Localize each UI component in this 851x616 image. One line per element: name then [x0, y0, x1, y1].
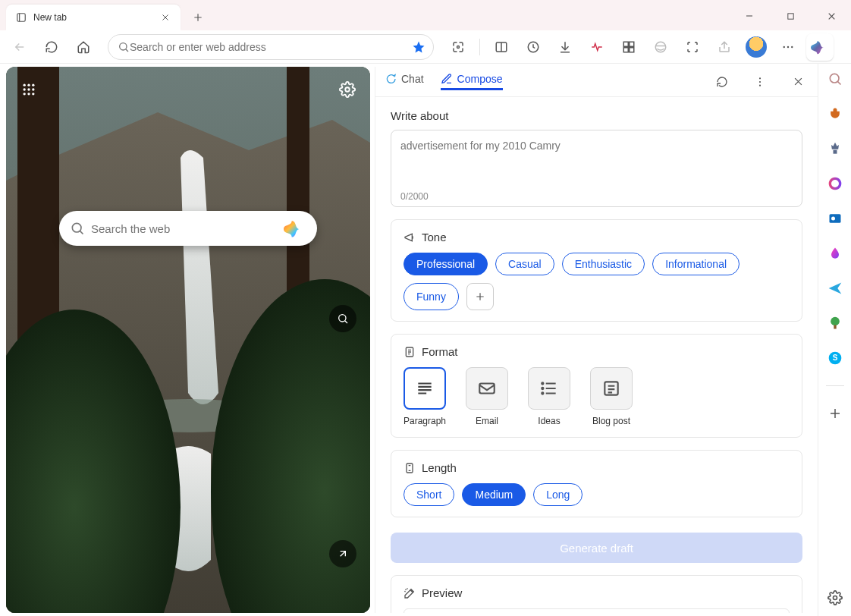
length-option-medium[interactable]: Medium [462, 483, 526, 506]
performance-button[interactable] [583, 33, 611, 61]
sidebar-shopping-icon[interactable] [824, 103, 846, 124]
svg-rect-41 [407, 464, 413, 473]
pane-more-button[interactable] [749, 71, 771, 93]
ntp-search-box[interactable] [59, 211, 317, 246]
svg-point-50 [833, 596, 837, 600]
svg-text:S: S [832, 354, 837, 362]
compose-body: Write about 0/2000 Tone Professional Cas… [375, 97, 818, 613]
write-about-label: Write about [391, 109, 802, 122]
tone-option-professional[interactable]: Professional [404, 253, 488, 275]
svg-point-21 [27, 84, 30, 86]
address-bar[interactable] [108, 34, 434, 60]
pane-refresh-button[interactable] [711, 71, 733, 93]
write-about-textarea[interactable] [400, 140, 793, 185]
format-blog-label: Blog post [592, 416, 630, 426]
new-tab-button[interactable] [185, 5, 211, 30]
search-icon [70, 221, 85, 236]
sidebar-drop-icon[interactable] [824, 243, 846, 264]
tone-label: Tone [422, 231, 447, 244]
more-button[interactable] [774, 33, 802, 61]
format-option-paragraph[interactable]: Paragraph [404, 367, 446, 426]
sidebar-outlook-icon[interactable] [824, 208, 846, 229]
split-screen-button[interactable] [488, 33, 515, 61]
sidebar-settings-icon[interactable] [824, 587, 846, 608]
browser-tab[interactable]: New tab [6, 5, 181, 30]
browser-toolbar [0, 30, 851, 64]
tone-option-funny[interactable]: Funny [404, 283, 459, 310]
sidebar-tree-icon[interactable] [824, 313, 846, 334]
svg-rect-36 [479, 384, 495, 394]
svg-point-27 [27, 93, 30, 95]
tone-option-informational[interactable]: Informational [652, 253, 740, 275]
tone-option-enthusiastic[interactable]: Enthusiastic [562, 253, 645, 275]
svg-point-2 [120, 42, 127, 49]
edge-sidebar: S [818, 64, 851, 616]
address-input[interactable] [130, 41, 412, 53]
screenshot-button[interactable] [679, 33, 706, 61]
format-card: Format Paragraph Email Ide [391, 334, 802, 438]
svg-point-11 [783, 46, 785, 47]
tab-chat[interactable]: Chat [385, 73, 424, 90]
refresh-button[interactable] [38, 33, 65, 61]
home-button[interactable] [70, 33, 97, 61]
tab-strip: New tab [0, 0, 851, 30]
copilot-icon[interactable] [284, 217, 306, 240]
window-controls [733, 5, 848, 27]
ntp-search-round-button[interactable] [329, 305, 356, 332]
maximize-button[interactable] [774, 5, 807, 27]
favorite-icon[interactable] [412, 40, 426, 54]
format-email-label: Email [476, 416, 498, 426]
apps-button[interactable] [615, 33, 642, 61]
char-counter: 0/2000 [400, 191, 793, 202]
svg-point-29 [345, 87, 350, 92]
format-option-email[interactable]: Email [466, 367, 508, 426]
format-option-ideas[interactable]: Ideas [528, 367, 570, 426]
length-icon [404, 462, 416, 474]
length-option-long[interactable]: Long [533, 483, 583, 506]
length-option-short[interactable]: Short [404, 483, 454, 506]
extensions-button[interactable] [444, 33, 472, 61]
profile-button[interactable] [743, 33, 770, 61]
tab-compose[interactable]: Compose [441, 73, 503, 90]
sidebar-add-icon[interactable] [824, 403, 846, 424]
expand-icon[interactable] [329, 540, 356, 567]
svg-rect-8 [623, 47, 628, 52]
svg-point-25 [32, 88, 34, 90]
tab-title: New tab [33, 12, 159, 23]
minimize-button[interactable] [733, 5, 766, 27]
svg-rect-9 [630, 47, 634, 52]
ntp-search-input[interactable] [91, 222, 284, 235]
svg-point-10 [655, 42, 666, 52]
apps-grid-icon[interactable] [17, 77, 41, 102]
format-option-blog[interactable]: Blog post [590, 367, 633, 426]
sidebar-tools-icon[interactable] [824, 138, 846, 159]
history-button[interactable] [520, 33, 547, 61]
svg-point-39 [542, 392, 543, 394]
downloads-button[interactable] [551, 33, 579, 61]
svg-point-37 [542, 382, 543, 384]
format-label: Format [422, 345, 458, 358]
close-icon[interactable] [159, 11, 171, 24]
pane-close-button[interactable] [787, 71, 809, 93]
svg-rect-43 [833, 150, 837, 154]
megaphone-icon [404, 231, 416, 244]
sidebar-office-icon[interactable] [824, 173, 846, 194]
sidebar-skype-icon[interactable]: S [824, 347, 846, 369]
back-button[interactable] [6, 33, 33, 61]
svg-point-23 [24, 88, 26, 90]
share-button[interactable] [711, 33, 738, 61]
sidebar-search-icon[interactable] [824, 68, 846, 90]
add-tone-button[interactable] [466, 283, 494, 310]
svg-point-28 [32, 93, 34, 95]
length-label: Length [422, 461, 457, 474]
svg-point-20 [24, 84, 26, 86]
generate-draft-button[interactable]: Generate draft [391, 533, 802, 563]
new-tab-page [6, 67, 370, 613]
copilot-button[interactable] [806, 33, 834, 61]
ie-mode-button[interactable] [647, 33, 674, 61]
close-window-button[interactable] [815, 5, 848, 27]
sidebar-send-icon[interactable] [824, 278, 846, 299]
tone-option-casual[interactable]: Casual [495, 253, 554, 275]
svg-point-26 [24, 93, 26, 95]
gear-icon[interactable] [335, 77, 360, 102]
